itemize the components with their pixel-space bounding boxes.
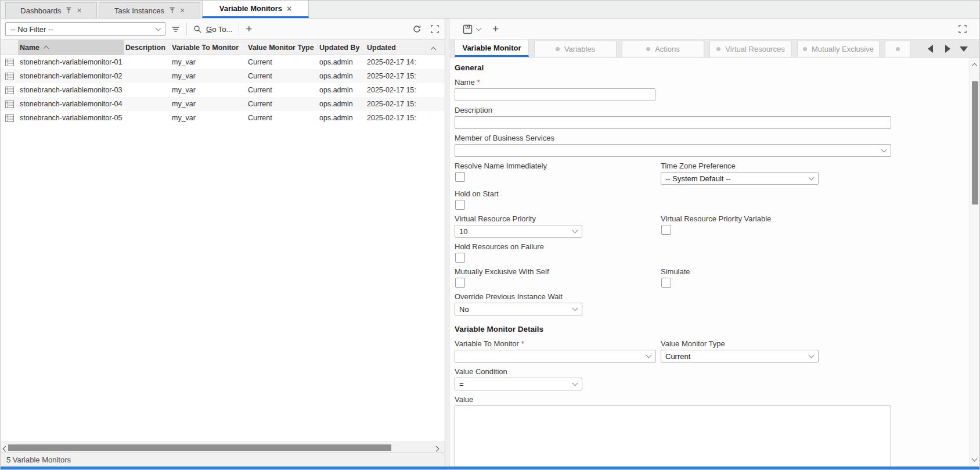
override-previous-instance-wait-select[interactable]: No [455,303,582,315]
value-monitor-type-label: Value Monitor Type [661,339,970,348]
table-row[interactable]: stonebranch-variablemonitor-02 my_var Cu… [1,69,445,83]
save-icon[interactable] [463,24,473,34]
scrollbar-thumb[interactable] [972,81,978,204]
vertical-scrollbar[interactable] [970,58,979,469]
tab-variable-monitors[interactable]: Variable Monitors × [202,0,309,18]
mutually-exclusive-with-self-checkbox[interactable] [455,278,465,288]
close-icon[interactable]: × [287,5,291,13]
column-header-name[interactable]: Name [18,40,124,55]
tab-dashboards[interactable]: Dashboards × [5,2,97,18]
scroll-down-icon[interactable] [972,454,977,462]
add-icon[interactable]: + [246,23,252,35]
record-icon [5,101,14,108]
table-row[interactable]: stonebranch-variablemonitor-01 my_var Cu… [1,55,445,69]
table-row[interactable]: stonebranch-variablemonitor-03 my_var Cu… [1,83,445,97]
tab-scroll-left-icon[interactable] [928,45,933,53]
cell-updated-by: ops.admin [318,58,365,66]
hold-resources-on-failure-checkbox[interactable] [455,253,465,263]
name-label: Name* [455,78,970,87]
tab-mutually-exclusive[interactable]: Mutually Exclusive [797,41,880,57]
name-field[interactable] [455,88,655,101]
cell-updated-by: ops.admin [318,114,365,122]
cell-updated: 2025-02-17 15: [365,100,445,108]
column-header-description[interactable]: Description [124,44,170,52]
simulate-checkbox[interactable] [661,278,671,288]
tab-variable-monitor[interactable]: Variable Monitor [455,40,529,57]
override-previous-instance-wait-label: Override Previous Instance Wait [455,292,970,301]
virtual-resource-priority-variable-checkbox[interactable] [661,225,671,235]
chevron-down-icon [809,353,815,358]
variable-to-monitor-select[interactable] [455,350,656,363]
scroll-up-icon[interactable] [972,61,977,70]
virtual-resource-priority-label: Virtual Resource Priority [455,214,661,223]
value-monitor-type-select[interactable]: Current [661,350,819,363]
filter-icon[interactable] [171,26,180,33]
value-field[interactable] [455,406,891,469]
search-icon[interactable] [193,25,202,34]
variable-monitor-form: General Name* Description Member of Busi… [450,58,970,469]
tab-scroll-right-icon[interactable] [945,45,950,53]
value-label: Value [455,395,970,404]
cell-updated-by: ops.admin [318,86,365,94]
chevron-down-icon [572,306,578,311]
description-field[interactable] [455,116,891,129]
list-toolbar: -- No Filter -- Go To... + [1,19,445,40]
required-marker: * [521,339,524,348]
expand-icon[interactable] [431,25,439,33]
tab-actions[interactable]: Actions [622,41,704,57]
add-icon[interactable]: + [492,23,499,35]
horizontal-scrollbar[interactable] [1,442,445,453]
table-row[interactable]: stonebranch-variablemonitor-05 my_var Cu… [1,111,445,125]
record-icon [5,59,14,66]
time-zone-preference-select[interactable]: -- System Default -- [661,172,819,185]
cell-updated-by: ops.admin [318,100,365,108]
go-to-button[interactable]: Go To... [206,25,232,34]
virtual-resource-priority-select[interactable]: 10 [455,225,582,238]
tab-variables[interactable]: Variables [534,41,617,57]
cell-variable-to-monitor: my_var [170,58,246,66]
tab-list-icon[interactable] [960,46,968,52]
toolbar-separator [239,23,239,35]
chevron-down-icon [809,175,815,181]
filter-select[interactable]: -- No Filter -- [5,22,165,36]
table-row[interactable]: stonebranch-variablemonitor-04 my_var Cu… [1,97,445,111]
panel-splitter[interactable] [446,19,449,469]
cell-value-monitor-type: Current [246,86,318,94]
value-condition-select[interactable]: = [455,378,582,390]
variable-to-monitor-label: Variable To Monitor* [455,339,661,348]
cell-value-monitor-type: Current [246,72,318,80]
column-header-variable-to-monitor[interactable]: Variable To Monitor [170,44,246,52]
cell-value-monitor-type: Current [246,58,318,66]
pin-icon[interactable] [169,7,175,14]
column-header-updated-by[interactable]: Updated By [318,44,365,52]
tab-partial[interactable] [885,41,910,57]
tab-task-instances[interactable]: Task Instances × [99,2,200,18]
cell-updated: 2025-02-17 14: [365,58,445,66]
scrollbar-thumb[interactable] [8,444,391,451]
pin-icon[interactable] [66,7,72,14]
simulate-label: Simulate [661,267,970,276]
close-icon[interactable]: × [77,6,81,15]
member-of-business-services-select[interactable] [455,144,891,157]
refresh-icon[interactable] [412,24,421,34]
resolve-name-immediately-checkbox[interactable] [455,172,465,182]
cell-name: stonebranch-variablemonitor-05 [18,114,124,122]
record-icon [5,73,14,80]
tab-status-dot [646,47,650,51]
scroll-right-icon[interactable] [434,444,441,451]
tab-label: Task Instances [114,6,164,15]
value-condition-label: Value Condition [455,367,970,376]
cell-variable-to-monitor: my_var [170,86,246,94]
tab-virtual-resources[interactable]: Virtual Resources [709,41,792,57]
grid-header-row: Name Description Variable To Monitor Val… [1,40,445,55]
cell-name: stonebranch-variablemonitor-03 [18,86,124,94]
cell-name: stonebranch-variablemonitor-02 [18,72,124,80]
chevron-down-icon[interactable] [476,25,482,31]
required-marker: * [477,78,480,87]
hold-on-start-checkbox[interactable] [455,200,465,210]
expand-icon[interactable] [959,25,967,33]
tab-status-dot [803,47,807,51]
close-icon[interactable]: × [180,6,185,15]
cell-name: stonebranch-variablemonitor-01 [18,58,124,66]
column-header-value-monitor-type[interactable]: Value Monitor Type [246,44,318,52]
